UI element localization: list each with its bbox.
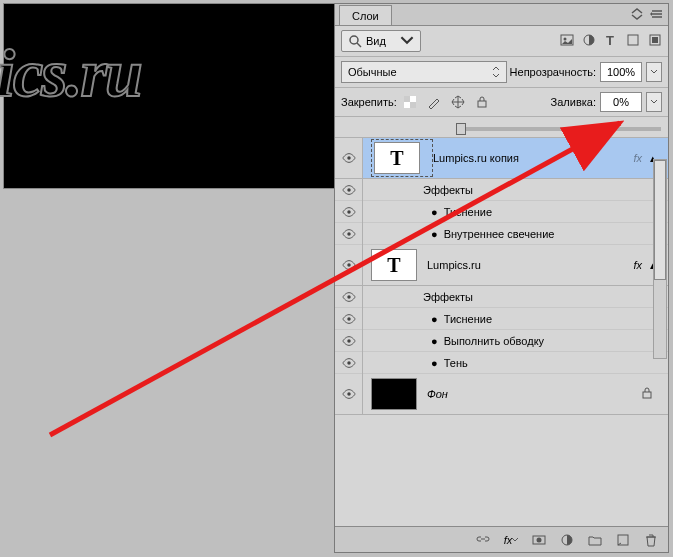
svg-point-21 [347,295,351,299]
effect-row[interactable]: ● Внутреннее свечение [335,223,668,245]
effect-bullet-icon: ● [417,313,438,325]
new-layer-icon[interactable] [614,531,632,549]
svg-rect-10 [652,37,658,43]
eye-icon [342,334,356,348]
svg-point-24 [347,361,351,365]
visibility-toggle[interactable] [335,223,363,245]
effect-name: Тень [438,357,468,369]
mask-icon[interactable] [530,531,548,549]
svg-rect-11 [404,96,410,102]
panel-tab-bar: Слои [335,4,668,26]
svg-rect-8 [628,35,638,45]
scrollbar[interactable] [653,159,667,359]
blend-mode-dropdown[interactable]: Обычные [341,61,507,83]
filter-shape-icon[interactable] [626,33,640,49]
fill-slider[interactable] [461,127,661,131]
svg-point-20 [347,263,351,267]
fx-badge[interactable]: fx [633,259,646,271]
fill-slider-row [335,117,668,138]
lock-all-icon[interactable] [473,93,491,111]
effect-bullet-icon: ● [417,228,438,240]
effects-header-row[interactable]: Эффекты [335,286,668,308]
svg-point-17 [347,188,351,192]
effect-row[interactable]: ● Выполнить обводку [335,330,668,352]
adjustment-icon[interactable] [558,531,576,549]
collapse-icon[interactable] [630,7,644,23]
lock-transparent-icon[interactable] [401,93,419,111]
lock-pixels-icon[interactable] [425,93,443,111]
svg-rect-15 [478,101,486,107]
scrollbar-thumb[interactable] [654,160,666,280]
visibility-toggle[interactable] [335,308,363,330]
blend-mode-value: Обычные [348,66,397,78]
fx-badge[interactable]: fx [633,152,646,164]
eye-icon [342,183,356,197]
layer-item[interactable]: T Lumpics.ru копия fx ▴ [335,138,668,179]
effect-row[interactable]: ● Тиснение [335,201,668,223]
lock-label: Закрепить: [341,96,397,108]
svg-rect-14 [404,102,410,108]
effect-bullet-icon: ● [417,206,438,218]
lock-position-icon[interactable] [449,93,467,111]
eye-icon [342,151,356,165]
layer-name: Lumpics.ru копия [433,152,519,164]
fx-icon[interactable]: fx [502,531,520,549]
visibility-toggle[interactable] [335,179,363,201]
svg-point-25 [347,392,351,396]
visibility-toggle[interactable] [335,138,363,178]
visibility-toggle[interactable] [335,352,363,374]
filter-pixel-icon[interactable] [560,33,574,49]
layer-item[interactable]: Фон [335,374,668,415]
svg-point-19 [347,232,351,236]
visibility-toggle[interactable] [335,330,363,352]
filter-type-icon[interactable]: T [604,33,618,49]
svg-point-28 [537,537,542,542]
svg-point-16 [347,156,351,160]
blend-row: Обычные Непрозрачность: [335,57,668,88]
layer-item[interactable]: T Lumpics.ru fx ▴ [335,245,668,286]
opacity-input[interactable] [600,62,642,82]
fill-slider-thumb[interactable] [456,123,466,135]
layers-panel: Слои Вид T Обычные [334,3,669,553]
eye-icon [342,356,356,370]
effects-header-row[interactable]: Эффекты [335,179,668,201]
svg-text:T: T [606,33,614,47]
svg-rect-13 [410,96,416,102]
link-icon[interactable] [474,531,492,549]
eye-icon [342,258,356,272]
opacity-dropdown-arrow[interactable] [646,62,662,82]
chevron-down-icon [400,33,414,47]
effect-row[interactable]: ● Тень [335,352,668,374]
lock-row: Закрепить: Заливка: [335,88,668,117]
panel-menu-icon[interactable] [650,7,664,23]
effect-name: Тиснение [438,313,492,325]
visibility-toggle[interactable] [335,286,363,308]
effects-label: Эффекты [417,291,473,303]
effect-bullet-icon: ● [417,357,438,369]
search-icon [348,34,362,48]
filter-smart-icon[interactable] [648,33,662,49]
effects-label: Эффекты [417,184,473,196]
trash-icon[interactable] [642,531,660,549]
lock-icon [640,386,660,402]
effect-row[interactable]: ● Тиснение [335,308,668,330]
visibility-toggle[interactable] [335,201,363,223]
layer-filter-dropdown[interactable]: Вид [341,30,421,52]
filter-adjust-icon[interactable] [582,33,596,49]
visibility-toggle[interactable] [335,245,363,285]
fill-dropdown-arrow[interactable] [646,92,662,112]
effect-name: Тиснение [438,206,492,218]
visibility-toggle[interactable] [335,374,363,414]
filter-row: Вид T [335,26,668,57]
canvas-preview: pics.ru [3,3,336,189]
fill-input[interactable] [600,92,642,112]
svg-point-2 [350,36,358,44]
canvas-text: pics.ru [0,34,141,113]
eye-icon [342,227,356,241]
svg-point-23 [347,339,351,343]
eye-icon [342,290,356,304]
effect-bullet-icon: ● [417,335,438,347]
folder-icon[interactable] [586,531,604,549]
tab-layers[interactable]: Слои [339,5,392,25]
panel-bottom-bar: fx [335,526,668,552]
